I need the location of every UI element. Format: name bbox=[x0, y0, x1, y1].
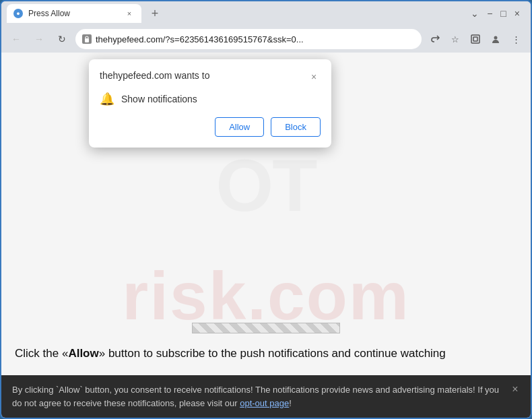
address-bar[interactable]: thehypefeed.com/?s=623561436169515767&ss… bbox=[75, 29, 422, 49]
bottom-notification-bar: By clicking `Allow` button, you consent … bbox=[1, 375, 531, 418]
address-text: thehypefeed.com/?s=623561436169515767&ss… bbox=[96, 34, 415, 44]
bottom-bar-close-button[interactable]: × bbox=[508, 382, 523, 397]
maximize-button[interactable]: □ bbox=[500, 9, 506, 18]
nav-actions: ☆ ⋮ bbox=[426, 30, 525, 49]
forward-button[interactable]: → bbox=[30, 30, 48, 49]
bell-icon: 🔔 bbox=[100, 92, 114, 106]
block-button[interactable]: Block bbox=[271, 117, 321, 137]
window-controls: ⌄ − □ × bbox=[471, 9, 525, 18]
bookmark-button[interactable]: ☆ bbox=[446, 30, 465, 49]
page-instruction: Click the «Allow» button to subscribe to… bbox=[15, 346, 517, 362]
bottom-bar-text: By clicking `Allow` button, you consent … bbox=[12, 383, 504, 410]
notification-label: Show notifications bbox=[121, 94, 197, 104]
share-button[interactable] bbox=[426, 30, 444, 49]
popup-notification-row: 🔔 Show notifications bbox=[100, 92, 321, 106]
loading-bar-area bbox=[1, 317, 531, 339]
tab-title: Press Allow bbox=[28, 9, 119, 18]
svg-rect-1 bbox=[471, 35, 479, 43]
instruction-text-before: Click the « bbox=[15, 347, 68, 360]
new-tab-button[interactable]: + bbox=[145, 4, 164, 23]
svg-rect-2 bbox=[473, 37, 477, 41]
opt-out-link[interactable]: opt-out page bbox=[240, 398, 289, 408]
popup-header: thehypefeed.com wants to × bbox=[100, 70, 321, 84]
notification-permission-popup: thehypefeed.com wants to × 🔔 Show notifi… bbox=[89, 59, 331, 148]
navigation-bar: ← → ↻ thehypefeed.com/?s=623561436169515… bbox=[1, 26, 531, 53]
reload-button[interactable]: ↻ bbox=[53, 30, 71, 49]
close-window-button[interactable]: × bbox=[514, 9, 520, 18]
popup-actions: Allow Block bbox=[100, 117, 321, 137]
allow-button[interactable]: Allow bbox=[215, 117, 264, 137]
lock-icon bbox=[82, 34, 92, 44]
browser-tab[interactable]: ● Press Allow × bbox=[7, 4, 141, 23]
tab-close-button[interactable]: × bbox=[124, 8, 135, 19]
menu-button[interactable]: ⋮ bbox=[506, 30, 525, 49]
bottom-text-after-link: ! bbox=[289, 398, 292, 408]
ot-watermark-text: OT bbox=[216, 142, 317, 228]
popup-close-button[interactable]: × bbox=[307, 70, 321, 84]
svg-point-3 bbox=[494, 36, 498, 40]
extension-button[interactable] bbox=[466, 30, 485, 49]
loading-bar bbox=[192, 323, 340, 333]
chevron-down-icon[interactable]: ⌄ bbox=[471, 9, 479, 18]
browser-window: ● Press Allow × + ⌄ − □ × ← → ↻ thehypef… bbox=[0, 0, 532, 419]
popup-title: thehypefeed.com wants to bbox=[100, 70, 209, 81]
allow-highlight: Allow bbox=[68, 347, 98, 360]
minimize-button[interactable]: − bbox=[487, 9, 492, 18]
page-text-area: Click the «Allow» button to subscribe to… bbox=[1, 339, 531, 375]
tab-favicon: ● bbox=[13, 9, 23, 18]
instruction-text-after: » button to subscribe to the push notifi… bbox=[99, 347, 446, 360]
profile-button[interactable] bbox=[486, 30, 505, 49]
title-bar: ● Press Allow × + ⌄ − □ × bbox=[1, 1, 531, 26]
back-button[interactable]: ← bbox=[7, 30, 26, 49]
svg-rect-0 bbox=[85, 38, 89, 42]
page-content: thehypefeed.com wants to × 🔔 Show notifi… bbox=[1, 53, 531, 375]
